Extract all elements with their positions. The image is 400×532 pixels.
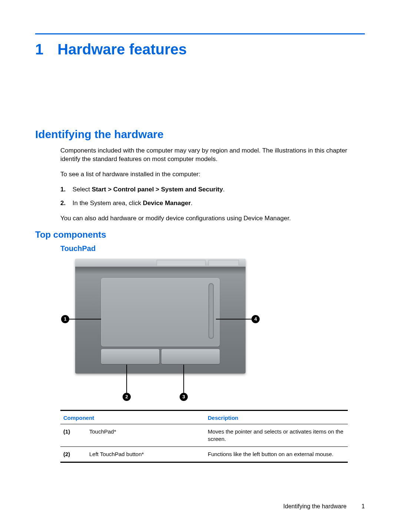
page-footer: Identifying the hardware 1 bbox=[283, 503, 365, 510]
step-post: . bbox=[191, 200, 193, 207]
callout-3: 3 bbox=[180, 393, 188, 401]
left-touchpad-button bbox=[101, 349, 159, 364]
lead-1 bbox=[69, 319, 101, 319]
steps-list: 1. Select Start > Control panel > System… bbox=[60, 185, 365, 208]
keyboard-strip bbox=[75, 259, 246, 267]
touchpad-buttons bbox=[101, 349, 220, 364]
step-bold: Device Manager bbox=[143, 200, 191, 207]
step-pre: Select bbox=[73, 186, 92, 193]
intro-after: You can also add hardware or modify devi… bbox=[60, 214, 365, 223]
callout-2: 2 bbox=[123, 393, 131, 401]
row-desc: Functions like the left button on an ext… bbox=[205, 447, 348, 462]
step-num: 2. bbox=[60, 199, 71, 208]
touchpad-surface bbox=[101, 278, 220, 347]
top-rule bbox=[35, 33, 365, 34]
scroll-zone bbox=[209, 283, 214, 339]
chapter-title: Hardware features bbox=[57, 41, 187, 58]
chapter-number: 1 bbox=[35, 41, 43, 58]
chapter-heading: 1 Hardware features bbox=[35, 41, 365, 58]
row-name: Left TouchPad button* bbox=[86, 447, 205, 462]
subsub-heading: TouchPad bbox=[60, 244, 365, 254]
lead-2 bbox=[126, 365, 127, 393]
th-description: Description bbox=[205, 410, 348, 424]
subsub-wrap: TouchPad bbox=[60, 244, 365, 254]
intro-p1: Components included with the computer ma… bbox=[60, 147, 365, 164]
lead-4 bbox=[216, 319, 251, 319]
intro-p2: To see a list of hardware installed in t… bbox=[60, 170, 365, 179]
step-bold: Start > Control panel > System and Secur… bbox=[92, 186, 223, 193]
callout-4: 4 bbox=[251, 315, 260, 323]
row-desc: Moves the pointer and selects or activat… bbox=[205, 424, 348, 447]
right-touchpad-button bbox=[161, 349, 220, 364]
step-post: . bbox=[223, 186, 225, 193]
touchpad-diagram: 1 4 2 3 bbox=[60, 259, 365, 403]
step-pre: In the System area, click bbox=[73, 200, 143, 207]
table-row: (1) TouchPad* Moves the pointer and sele… bbox=[60, 424, 348, 447]
footer-page: 1 bbox=[361, 503, 365, 509]
step-1: 1. Select Start > Control panel > System… bbox=[60, 185, 365, 194]
th-component: Component bbox=[60, 410, 205, 424]
lead-3 bbox=[183, 365, 184, 393]
component-table: Component Description (1) TouchPad* Move… bbox=[60, 410, 348, 463]
table-row: (2) Left TouchPad button* Functions like… bbox=[60, 447, 348, 462]
body: Components included with the computer ma… bbox=[60, 147, 365, 223]
row-name: TouchPad* bbox=[86, 424, 205, 447]
subsection-heading: Top components bbox=[35, 230, 365, 240]
step-num: 1. bbox=[60, 185, 71, 194]
section-heading: Identifying the hardware bbox=[35, 128, 365, 141]
chassis bbox=[75, 259, 246, 374]
row-index: (1) bbox=[60, 424, 86, 447]
row-index: (2) bbox=[60, 447, 86, 462]
footer-text: Identifying the hardware bbox=[283, 503, 347, 509]
callout-1: 1 bbox=[61, 315, 69, 323]
step-2: 2. In the System area, click Device Mana… bbox=[60, 199, 365, 208]
